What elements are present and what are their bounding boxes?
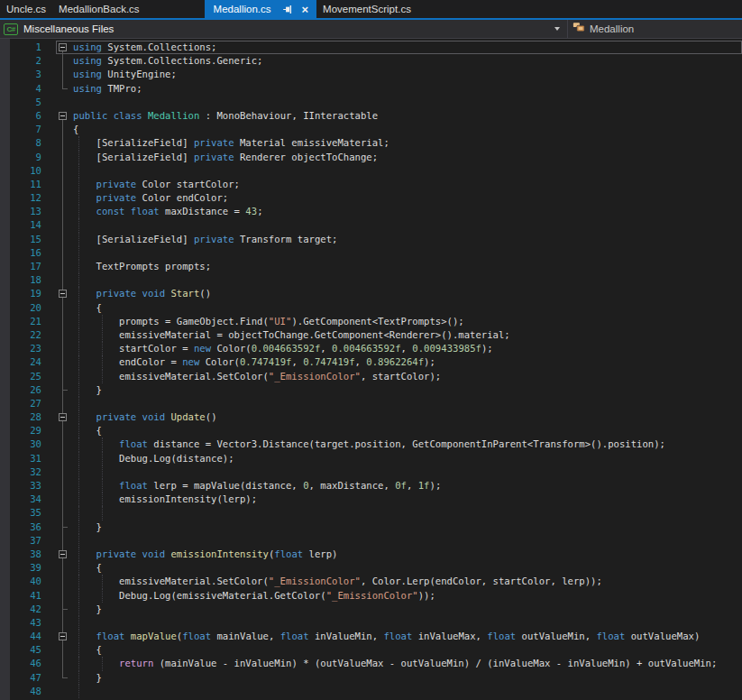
- code-line: 32: [0, 465, 742, 479]
- code-line: 2using System.Collections.Generic;: [0, 54, 742, 68]
- code-line: 34 emissionIntensity(lerp);: [0, 493, 742, 506]
- outlining-margin: [56, 205, 70, 218]
- outlining-margin: [56, 164, 70, 178]
- class-icon: [573, 21, 585, 37]
- line-number: 2: [10, 54, 56, 68]
- fold-toggle[interactable]: [59, 43, 67, 51]
- line-number: 19: [10, 287, 56, 300]
- code-text: [70, 273, 742, 287]
- code-line: 16: [0, 246, 742, 260]
- line-number: 23: [10, 342, 56, 355]
- code-text: private Color endColor;: [70, 191, 742, 205]
- code-text: [SerializeField] private Transform targe…: [70, 233, 742, 246]
- code-line: 24 endColor = new Color(0.747419f, 0.747…: [0, 355, 742, 369]
- outlining-margin: [56, 273, 70, 287]
- line-number: 22: [10, 328, 56, 342]
- outlining-margin: [56, 493, 70, 506]
- tab[interactable]: MedallionBack.cs: [52, 0, 204, 18]
- code-line: 9 [SerializeField] private Renderer obje…: [0, 151, 742, 164]
- fold-toggle[interactable]: [59, 632, 67, 640]
- outlining-margin: [56, 301, 70, 315]
- outlining-margin: [56, 246, 70, 260]
- line-number: 35: [10, 506, 56, 520]
- line-number: 16: [10, 246, 56, 260]
- tab-bar: Uncle.csMedallionBack.csMedallion.cs×Mov…: [0, 0, 742, 18]
- code-text: return (mainValue - inValueMin) * (outVa…: [70, 657, 742, 670]
- line-number: 42: [10, 603, 56, 616]
- line-number: 21: [10, 315, 56, 328]
- outlining-margin: [56, 151, 70, 164]
- code-line: 40 emissiveMaterial.SetColor("_EmissionC…: [0, 575, 742, 588]
- code-text: {: [70, 561, 742, 575]
- code-line: 8 [SerializeField] private Material emis…: [0, 136, 742, 150]
- outlining-margin: [56, 506, 70, 520]
- line-number: 20: [10, 301, 56, 315]
- code-line: 45 {: [0, 643, 742, 657]
- code-line: 1using System.Collections;: [0, 41, 742, 54]
- code-line: 35: [0, 506, 742, 520]
- tab[interactable]: Uncle.cs: [0, 0, 52, 18]
- code-text: {: [70, 424, 742, 438]
- tab[interactable]: MovementScript.cs: [316, 0, 417, 18]
- code-text: [70, 246, 742, 260]
- close-icon[interactable]: ×: [302, 4, 309, 15]
- outlining-margin: [56, 96, 70, 109]
- code-line: 14: [0, 218, 742, 232]
- code-line: 43: [0, 616, 742, 630]
- code-text: [70, 218, 742, 232]
- line-number: 43: [10, 616, 56, 630]
- code-text: startColor = new Color(0.004663592f, 0.0…: [70, 342, 742, 355]
- outlining-margin: [56, 287, 70, 300]
- fold-toggle[interactable]: [59, 112, 67, 120]
- symbol-dropdown[interactable]: Medallion: [568, 20, 742, 38]
- code-text: [70, 397, 742, 410]
- outlining-margin: [56, 616, 70, 630]
- code-text: endColor = new Color(0.747419f, 0.747419…: [70, 355, 742, 369]
- tab-active[interactable]: Medallion.cs×: [205, 0, 317, 18]
- code-text: float mapValue(float mainValue, float in…: [70, 630, 742, 643]
- code-text: [SerializeField] private Renderer object…: [70, 151, 742, 164]
- outlining-margin: [56, 123, 70, 136]
- code-line: 37: [0, 534, 742, 548]
- line-number: 25: [10, 370, 56, 383]
- navigation-bar: C# Miscellaneous Files Medallion: [0, 20, 742, 39]
- code-editor[interactable]: 1using System.Collections;2using System.…: [0, 39, 742, 700]
- fold-toggle[interactable]: [59, 290, 67, 298]
- fold-toggle[interactable]: [59, 413, 67, 421]
- code-line: 15 [SerializeField] private Transform ta…: [0, 233, 742, 246]
- code-line: 25 emissiveMaterial.SetColor("_EmissionC…: [0, 370, 742, 383]
- line-number: 10: [10, 164, 56, 178]
- line-number: 9: [10, 151, 56, 164]
- code-text: emissiveMaterial.SetColor("_EmissionColo…: [70, 370, 742, 383]
- symbol-dropdown-label: Medallion: [590, 23, 634, 34]
- code-line: 31 Debug.Log(distance);: [0, 452, 742, 465]
- code-text: private void Start(): [70, 287, 742, 300]
- line-number: 11: [10, 178, 56, 191]
- code-text: TextPrompts prompts;: [70, 260, 742, 273]
- line-number: 36: [10, 520, 56, 534]
- outlining-margin: [56, 68, 70, 81]
- chevron-down-icon[interactable]: [554, 27, 560, 31]
- outlining-margin: [56, 548, 70, 561]
- line-number: 4: [10, 82, 56, 96]
- line-number: 17: [10, 260, 56, 273]
- code-text: Debug.Log(distance);: [70, 452, 742, 465]
- code-text: float distance = Vector3.Distance(target…: [70, 438, 742, 451]
- code-line: 21 prompts = GameObject.Find("UI").GetCo…: [0, 315, 742, 328]
- line-number: 45: [10, 643, 56, 657]
- code-line: 48: [0, 685, 742, 698]
- outlining-margin: [56, 520, 70, 534]
- code-text: {: [70, 643, 742, 657]
- pin-icon[interactable]: [282, 4, 294, 15]
- outlining-margin: [56, 218, 70, 232]
- code-text: {: [70, 123, 742, 136]
- code-text: float lerp = mapValue(distance, 0, maxDi…: [70, 479, 742, 493]
- line-number: 31: [10, 452, 56, 465]
- code-text: }: [70, 671, 742, 685]
- outlining-margin: [56, 561, 70, 575]
- outlining-margin: [56, 643, 70, 657]
- code-line: 38 private void emissionIntensity(float …: [0, 548, 742, 561]
- outlining-margin: [56, 452, 70, 465]
- project-dropdown[interactable]: C# Miscellaneous Files: [0, 20, 568, 38]
- fold-toggle[interactable]: [59, 550, 67, 558]
